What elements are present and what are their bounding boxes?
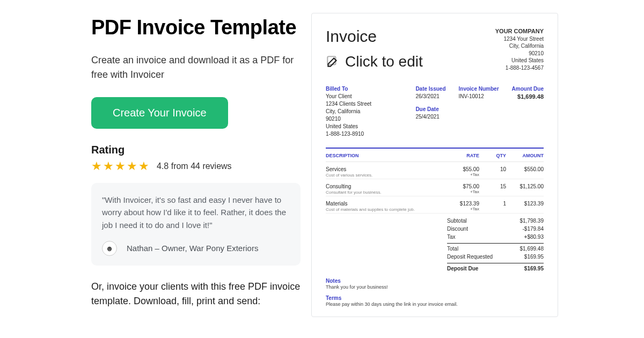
line-amount: $123.39: [506, 201, 544, 212]
date-issued: 26/3/2021: [415, 93, 445, 100]
reviewer-row: ☻ Nathan – Owner, War Pony Exteriors: [102, 241, 290, 256]
date-block: Date Issued 26/3/2021 Due Date 25/4/2021: [415, 85, 445, 138]
page-subtitle: Create an invoice and download it as a P…: [91, 53, 301, 82]
line-name: Materials: [326, 201, 447, 207]
click-to-edit[interactable]: Click to edit: [326, 53, 423, 70]
line-qty: 10: [479, 166, 506, 178]
review-card: "With Invoicer, it's so fast and easy I …: [91, 183, 301, 266]
review-text: "With Invoicer, it's so fast and easy I …: [102, 194, 290, 231]
star-icons: ★★★★★: [91, 159, 150, 173]
invoice-preview[interactable]: Invoice Click to edit YOUR COMPANY 1234 …: [311, 13, 558, 317]
deposit-due: $169.95: [524, 266, 544, 271]
line-name: Consulting: [326, 183, 447, 189]
col-qty: QTY: [479, 153, 506, 158]
amount-due-label: Amount Due: [512, 85, 544, 93]
line-rate: $75.00: [447, 183, 479, 189]
client-phone: 1-888-123-8910: [326, 130, 371, 138]
page-title: PDF Invoice Template: [91, 16, 301, 39]
line-tax: +Tax: [447, 172, 479, 177]
company-street: 1234 Your Street: [495, 35, 544, 43]
deposit-req: $169.95: [524, 254, 544, 260]
line-sub: Cost of various services.: [326, 173, 447, 178]
edit-icon: [326, 55, 340, 69]
rating-label: Rating: [91, 144, 301, 156]
totals-block: Subtotal$1,798.39 Discount-$179.84 Tax+$…: [447, 217, 544, 273]
client-zip: 90210: [326, 115, 371, 123]
deposit-due-label: Deposit Due: [447, 266, 478, 271]
line-rate: $123.39: [447, 201, 479, 207]
notes-label: Notes: [326, 278, 544, 284]
line-item: Services Cost of various services. $55.0…: [326, 162, 544, 179]
invoice-number-label: Invoice Number: [459, 85, 499, 93]
company-country: United States: [495, 57, 544, 64]
billed-to-block: Billed To Your Client 1234 Clients Stree…: [326, 85, 371, 138]
alt-text: Or, invoice your clients with this free …: [91, 280, 301, 308]
company-city: City, California: [495, 42, 544, 50]
line-tax: +Tax: [447, 189, 479, 194]
notes-block: Notes Thank you for your business!: [326, 278, 544, 290]
total-label: Total: [447, 246, 458, 252]
tax-label: Tax: [447, 234, 456, 240]
line-name: Services: [326, 166, 447, 172]
col-rate: RATE: [447, 153, 479, 158]
discount: -$179.84: [523, 226, 544, 232]
client-street: 1234 Clients Street: [326, 100, 371, 108]
line-item: Consulting Consultant for your business.…: [326, 179, 544, 196]
discount-label: Discount: [447, 226, 468, 232]
due-date-label: Due Date: [415, 106, 445, 113]
invoice-number: INV-10012: [459, 93, 499, 100]
line-item: Materials Cost of materials and supplies…: [326, 196, 544, 214]
create-invoice-button[interactable]: Create Your Invoice: [91, 97, 228, 129]
billed-to-label: Billed To: [326, 85, 371, 93]
line-amount: $1,125.00: [506, 183, 544, 195]
amount-due-block: Amount Due $1,699.48: [512, 85, 544, 138]
avatar-icon: ☻: [102, 241, 117, 256]
edit-label: Click to edit: [345, 53, 423, 70]
terms-block: Terms Please pay within 30 days using th…: [326, 295, 544, 307]
terms-text: Please pay within 30 days using the link…: [326, 302, 544, 307]
notes-text: Thank you for your business!: [326, 284, 544, 290]
rating-row: ★★★★★ 4.8 from 44 reviews: [91, 159, 301, 173]
line-sub: Consultant for your business.: [326, 190, 447, 195]
line-rate: $55.00: [447, 166, 479, 172]
company-block: YOUR COMPANY 1234 Your Street City, Cali…: [495, 27, 544, 71]
line-amount: $550.00: [506, 166, 544, 178]
reviewer-name: Nathan – Owner, War Pony Exteriors: [127, 244, 258, 253]
company-phone: 1-888-123-4567: [495, 64, 544, 72]
line-qty: 15: [479, 183, 506, 195]
invoice-number-block: Invoice Number INV-10012: [459, 85, 499, 138]
line-qty: 1: [479, 201, 506, 212]
subtotal-label: Subtotal: [447, 218, 467, 224]
company-name: YOUR COMPANY: [495, 27, 544, 35]
col-description: DESCRIPTION: [326, 153, 447, 158]
deposit-req-label: Deposit Requested: [447, 254, 493, 260]
subtotal: $1,798.39: [520, 218, 544, 224]
amount-due: $1,699.48: [512, 93, 544, 101]
client-country: United States: [326, 123, 371, 130]
invoice-heading: Invoice: [326, 27, 423, 46]
total: $1,699.48: [520, 246, 544, 252]
rating-text: 4.8 from 44 reviews: [157, 161, 232, 171]
col-amount: AMOUNT: [506, 153, 544, 158]
table-header: DESCRIPTION RATE QTY AMOUNT: [326, 149, 544, 162]
tax: +$80.93: [524, 234, 544, 240]
due-date: 25/4/2021: [415, 113, 445, 121]
line-tax: +Tax: [447, 207, 479, 211]
terms-label: Terms: [326, 295, 544, 301]
client-name: Your Client: [326, 93, 371, 100]
company-zip: 90210: [495, 50, 544, 57]
client-city: City, California: [326, 108, 371, 115]
date-issued-label: Date Issued: [415, 85, 445, 93]
line-sub: Cost of materials and supplies to comple…: [326, 207, 447, 212]
